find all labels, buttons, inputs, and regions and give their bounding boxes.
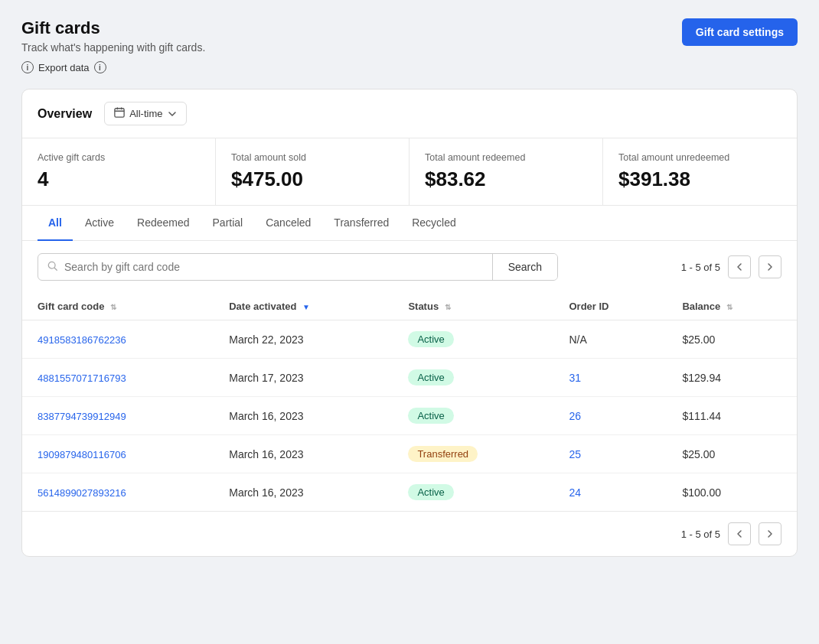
order-id-link[interactable]: 31 (569, 372, 582, 384)
cell-date: March 16, 2023 (214, 397, 393, 435)
search-input[interactable] (64, 254, 483, 280)
stat-label-redeemed: Total amount redeemed (425, 152, 587, 163)
gift-card-code-link[interactable]: 4881557071716793 (38, 372, 126, 384)
cell-order: 25 (554, 435, 667, 473)
col-header-date[interactable]: Date activated ▼ (214, 293, 393, 320)
cell-code: 4881557071716793 (22, 359, 214, 397)
time-filter-button[interactable]: All-time (104, 102, 186, 125)
date-text: March 16, 2023 (229, 448, 303, 460)
balance-text: $111.44 (682, 410, 721, 422)
cell-balance: $25.00 (667, 435, 797, 473)
sort-icon-balance: ⇅ (726, 303, 733, 311)
col-header-order: Order ID (554, 293, 667, 320)
overview-title: Overview (38, 107, 92, 121)
svg-rect-0 (115, 109, 124, 117)
main-card: Overview All-time Active gift cards 4 To… (21, 89, 798, 557)
pagination-top: 1 - 5 of 5 (681, 255, 781, 278)
stat-value-unredeemed: $391.38 (618, 168, 781, 191)
cell-balance: $111.44 (667, 397, 797, 435)
date-text: March 16, 2023 (229, 486, 303, 499)
cell-balance: $129.94 (667, 359, 797, 397)
cell-code: 1909879480116706 (22, 435, 214, 473)
prev-page-button-bottom[interactable] (728, 522, 751, 545)
page-title: Gift cards (21, 18, 205, 38)
cell-order: 31 (554, 359, 667, 397)
stat-value-sold: $475.00 (231, 168, 393, 191)
balance-text: $100.00 (682, 486, 721, 499)
time-filter-label: All-time (129, 108, 162, 119)
gift-card-code-link[interactable]: 8387794739912949 (38, 411, 126, 422)
tab-redeemed[interactable]: Redeemed (126, 206, 201, 241)
date-text: March 22, 2023 (229, 333, 303, 346)
tab-recycled[interactable]: Recycled (401, 206, 467, 241)
table-row: 1909879480116706 March 16, 2023 Transfer… (22, 435, 797, 473)
table-row: 5614899027893216 March 16, 2023 Active 2… (22, 473, 797, 512)
gift-card-settings-button[interactable]: Gift card settings (682, 18, 798, 46)
tabs-row: All Active Redeemed Partial Canceled Tra… (22, 206, 797, 241)
order-id-link[interactable]: 25 (569, 448, 582, 460)
stats-row: Active gift cards 4 Total amount sold $4… (22, 138, 797, 206)
calendar-icon (114, 107, 125, 120)
tab-active[interactable]: Active (74, 206, 125, 241)
cell-date: March 22, 2023 (214, 320, 393, 359)
status-badge: Active (408, 369, 453, 385)
search-button[interactable]: Search (492, 254, 557, 280)
status-badge: Active (408, 331, 453, 347)
order-id-link[interactable]: 26 (569, 410, 582, 422)
gift-card-code-link[interactable]: 4918583186762236 (38, 334, 126, 346)
stat-total-sold: Total amount sold $475.00 (216, 138, 410, 205)
order-id-link[interactable]: 24 (569, 486, 582, 499)
status-badge: Transferred (408, 446, 478, 462)
pagination-bottom: 1 - 5 of 5 (22, 511, 797, 556)
stat-total-unredeemed: Total amount unredeemed $391.38 (603, 138, 797, 205)
table-row: 4881557071716793 March 17, 2023 Active 3… (22, 359, 797, 397)
search-icon (47, 261, 58, 274)
col-header-status[interactable]: Status ⇅ (393, 293, 553, 320)
tab-transferred[interactable]: Transferred (323, 206, 400, 241)
pagination-label-bottom: 1 - 5 of 5 (681, 529, 720, 540)
export-row[interactable]: i Export data i (21, 61, 798, 73)
cell-status: Active (393, 320, 553, 359)
next-page-button-bottom[interactable] (759, 522, 781, 545)
stat-label-active: Active gift cards (38, 152, 200, 163)
search-wrapper: Search (38, 253, 558, 281)
prev-page-button-top[interactable] (728, 255, 751, 278)
stat-total-redeemed: Total amount redeemed $83.62 (410, 138, 603, 205)
cell-order: 24 (554, 473, 667, 512)
gift-card-code-link[interactable]: 5614899027893216 (38, 487, 126, 499)
table-row: 8387794739912949 March 16, 2023 Active 2… (22, 397, 797, 435)
cell-balance: $100.00 (667, 473, 797, 512)
stat-value-redeemed: $83.62 (425, 168, 587, 191)
col-header-balance[interactable]: Balance ⇅ (667, 293, 797, 320)
chevron-left-icon-bottom (736, 529, 742, 538)
page-subtitle: Track what's happening with gift cards. (21, 41, 205, 54)
sort-icon-code: ⇅ (110, 303, 116, 311)
gift-cards-table: Gift card code ⇅ Date activated ▼ Status… (22, 293, 797, 511)
cell-status: Active (393, 473, 553, 512)
tab-partial[interactable]: Partial (202, 206, 254, 241)
cell-order: 26 (554, 397, 667, 435)
sort-icon-status: ⇅ (445, 303, 451, 311)
tab-canceled[interactable]: Canceled (255, 206, 321, 241)
cell-status: Active (393, 359, 553, 397)
cell-date: March 16, 2023 (214, 473, 393, 512)
pagination-label-top: 1 - 5 of 5 (681, 262, 720, 273)
status-badge: Active (408, 408, 453, 424)
cell-code: 5614899027893216 (22, 473, 214, 512)
chevron-right-icon-bottom (767, 529, 773, 538)
tab-all[interactable]: All (38, 206, 73, 241)
cell-date: March 17, 2023 (214, 359, 393, 397)
balance-text: $25.00 (682, 333, 715, 346)
date-text: March 17, 2023 (229, 372, 303, 384)
search-input-inner (38, 254, 492, 280)
next-page-button-top[interactable] (759, 255, 781, 278)
cell-status: Transferred (393, 435, 553, 473)
chevron-left-icon (736, 262, 742, 272)
balance-text: $25.00 (682, 448, 715, 460)
col-header-code[interactable]: Gift card code ⇅ (22, 293, 214, 320)
cell-order: N/A (554, 320, 667, 359)
date-text: March 16, 2023 (229, 410, 303, 422)
stat-label-unredeemed: Total amount unredeemed (618, 152, 781, 163)
gift-card-code-link[interactable]: 1909879480116706 (38, 449, 126, 460)
cell-balance: $25.00 (667, 320, 797, 359)
